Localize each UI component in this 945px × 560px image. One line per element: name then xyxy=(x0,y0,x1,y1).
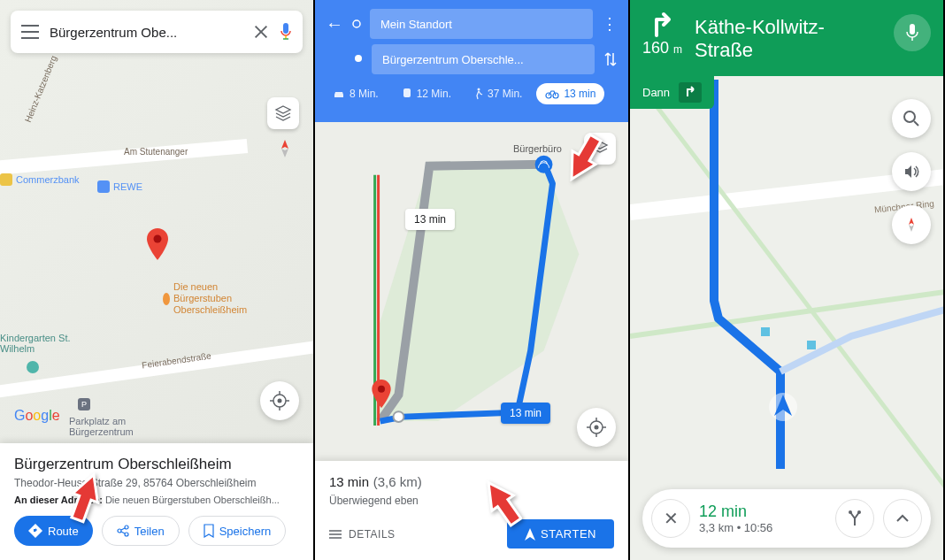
car-icon xyxy=(333,88,345,99)
share-icon xyxy=(117,525,129,537)
svg-point-18 xyxy=(378,386,385,393)
directions-icon xyxy=(28,524,42,538)
speaker-icon xyxy=(903,163,920,180)
poi-kindergarten[interactable]: Kindergarten St. Wilhelm xyxy=(0,333,71,373)
place-address: Theodor-Heuss-Straße 29, 85764 Oberschle… xyxy=(14,477,299,489)
mode-car[interactable]: 8 Min. xyxy=(324,83,388,104)
layers-icon xyxy=(274,104,292,122)
compass-icon xyxy=(903,216,920,234)
navigation-bottom-bar: ✕ 12 min 3,3 km • 10:56 xyxy=(642,489,931,548)
search-button[interactable] xyxy=(892,99,931,138)
route-summary: 13 min (3,6 km) xyxy=(329,473,614,491)
origin-dot-icon xyxy=(352,19,361,28)
then-banner: Dann xyxy=(630,76,714,109)
google-logo: Google xyxy=(14,408,60,424)
place-note: An dieser Adresse: Die neuen Bürgerstube… xyxy=(14,495,299,505)
annotation-arrow-icon xyxy=(65,468,106,525)
voice-button[interactable] xyxy=(894,14,931,51)
locate-button[interactable] xyxy=(260,381,299,420)
start-button[interactable]: STARTEN xyxy=(507,519,614,548)
street-name: Käthe-Kollwitz-Straße xyxy=(695,16,881,62)
to-input[interactable]: Bürgerzentrum Oberschle... xyxy=(372,44,595,74)
mode-walk[interactable]: 37 Min. xyxy=(465,83,531,104)
poi-commerzbank[interactable]: Commerzbank xyxy=(0,173,80,186)
from-input[interactable]: Mein Standort xyxy=(370,9,593,39)
map-pin-icon xyxy=(147,228,168,260)
destination-dot-icon xyxy=(354,54,363,65)
clear-icon[interactable] xyxy=(253,24,269,40)
bookmark-icon xyxy=(204,524,214,538)
crosshair-icon xyxy=(270,391,289,410)
search-text: Bürgerzentrum Obe... xyxy=(50,25,242,40)
menu-icon[interactable] xyxy=(21,25,39,39)
mic-icon xyxy=(905,23,919,42)
mode-bike[interactable]: 13 min xyxy=(536,83,604,104)
svg-rect-27 xyxy=(403,88,411,97)
save-button[interactable]: Speichern xyxy=(188,516,287,546)
eta-time: 12 min xyxy=(699,502,826,521)
svg-point-11 xyxy=(125,525,128,529)
locate-button[interactable] xyxy=(577,408,616,447)
walk-icon xyxy=(474,88,483,100)
svg-point-43 xyxy=(857,510,861,514)
annotation-arrow-icon xyxy=(563,131,603,188)
back-icon[interactable]: ← xyxy=(326,14,343,35)
svg-point-20 xyxy=(595,426,599,430)
svg-point-0 xyxy=(154,235,162,243)
share-button[interactable]: Teilen xyxy=(102,516,180,546)
svg-line-41 xyxy=(914,121,918,126)
svg-rect-36 xyxy=(807,341,816,349)
route-summary-card: 13 min (3,6 km) Überwiegend eben DETAILS… xyxy=(315,461,628,560)
place-title: Bürgerzentrum Oberschleißheim xyxy=(14,456,299,473)
svg-point-42 xyxy=(849,510,852,514)
mic-icon[interactable] xyxy=(280,23,292,41)
mode-transit[interactable]: 12 Min. xyxy=(393,83,460,104)
compass-icon[interactable] xyxy=(274,138,296,159)
place-card: Bürgerzentrum Oberschleißheim Theodor-He… xyxy=(0,443,313,560)
details-button[interactable]: DETAILS xyxy=(329,528,396,541)
close-button[interactable]: ✕ xyxy=(651,499,690,538)
navigate-icon xyxy=(525,528,535,541)
then-turn-icon xyxy=(679,82,702,103)
road-label: Heinz-Katzenberg xyxy=(23,54,58,123)
poi-parkplatz[interactable]: PParkplatz am Bürgerzentrum xyxy=(69,398,149,437)
alternate-routes-button[interactable] xyxy=(835,499,874,538)
svg-point-5 xyxy=(278,399,282,403)
chevron-up-icon xyxy=(895,514,910,523)
bike-icon xyxy=(545,88,559,99)
svg-point-12 xyxy=(125,533,128,536)
svg-point-16 xyxy=(393,411,403,422)
more-icon[interactable]: ⋮ xyxy=(602,14,618,34)
svg-point-40 xyxy=(904,111,915,122)
route-time-badge: 13 min xyxy=(501,403,550,424)
turn-distance: 160 m xyxy=(642,39,682,58)
sound-button[interactable] xyxy=(892,152,931,191)
turn-right-icon xyxy=(648,9,678,39)
svg-line-13 xyxy=(121,528,125,530)
terrain-info: Überwiegend eben xyxy=(329,495,614,507)
svg-rect-35 xyxy=(761,327,770,336)
swap-icon[interactable] xyxy=(603,50,618,68)
fork-icon xyxy=(847,510,863,527)
list-icon xyxy=(329,529,342,540)
destination-pin-icon xyxy=(372,380,391,408)
svg-rect-38 xyxy=(910,24,915,35)
annotation-arrow-icon xyxy=(481,473,522,530)
navigation-header: 160 m Käthe-Kollwitz-Straße xyxy=(630,0,943,76)
navigation-arrow-icon xyxy=(767,391,799,423)
svg-point-26 xyxy=(355,55,362,62)
poi-restaurant[interactable]: Die neuen Bürgerstuben Oberschleißheim xyxy=(163,281,278,317)
compass-button[interactable] xyxy=(892,205,931,244)
search-icon xyxy=(903,110,920,127)
expand-button[interactable] xyxy=(883,499,922,538)
search-bar[interactable]: Bürgerzentrum Obe... xyxy=(11,11,303,53)
layers-button[interactable] xyxy=(267,97,299,129)
svg-line-14 xyxy=(121,532,125,533)
road-label: Am Stutenanger xyxy=(124,147,188,157)
crosshair-icon xyxy=(587,418,606,437)
poi-rewe[interactable]: REWE xyxy=(97,180,142,193)
svg-point-25 xyxy=(353,20,360,27)
transit-icon xyxy=(402,88,412,100)
svg-rect-1 xyxy=(283,23,288,34)
poi-label: Bürgerbüro xyxy=(513,143,562,154)
